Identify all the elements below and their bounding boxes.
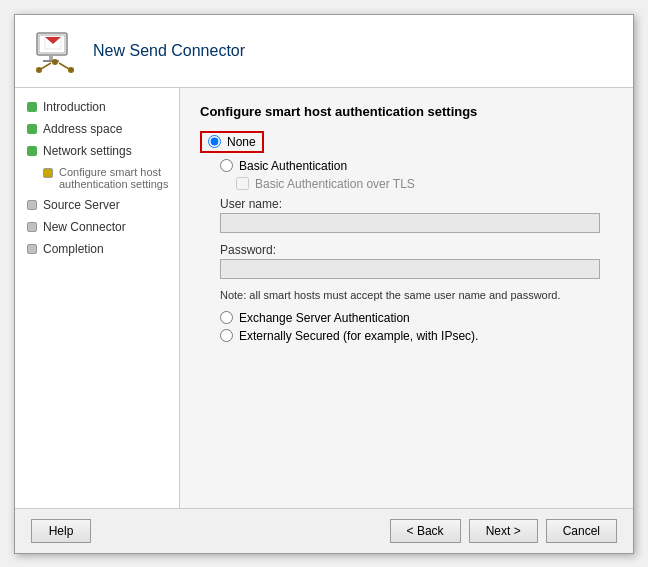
password-group: Password: [220, 243, 613, 279]
none-option-box: None [200, 131, 264, 153]
dialog-header: New Send Connector [15, 15, 633, 88]
label-basic-auth-tls: Basic Authentication over TLS [255, 177, 415, 191]
network-settings-indicator [27, 146, 37, 156]
footer-left: Help [31, 519, 91, 543]
option-row-externally-secured: Externally Secured (for example, with IP… [220, 329, 613, 343]
sidebar-item-smart-host-auth[interactable]: Configure smart host authentication sett… [15, 162, 179, 194]
sidebar-label-smart-host-auth: Configure smart host authentication sett… [59, 166, 171, 190]
sidebar-item-source-server[interactable]: Source Server [15, 194, 179, 216]
label-externally-secured[interactable]: Externally Secured (for example, with IP… [239, 329, 478, 343]
sidebar-item-address-space[interactable]: Address space [15, 118, 179, 140]
dialog-window: New Send Connector Introduction Address … [14, 14, 634, 554]
cancel-button[interactable]: Cancel [546, 519, 617, 543]
completion-indicator [27, 244, 37, 254]
option-row-basic-auth-tls: Basic Authentication over TLS [236, 177, 613, 191]
sidebar-item-completion[interactable]: Completion [15, 238, 179, 260]
back-button[interactable]: < Back [390, 519, 461, 543]
option-row-none: None [200, 131, 613, 153]
svg-point-9 [68, 67, 74, 73]
radio-basic-auth[interactable] [220, 159, 233, 172]
radio-none[interactable] [208, 135, 221, 148]
sidebar-label-introduction: Introduction [43, 100, 171, 114]
dialog-body: Introduction Address space Network setti… [15, 88, 633, 508]
sidebar-label-new-connector: New Connector [43, 220, 171, 234]
svg-point-10 [52, 59, 58, 65]
footer-right: < Back Next > Cancel [390, 519, 617, 543]
password-input[interactable] [220, 259, 600, 279]
dialog-title: New Send Connector [93, 42, 245, 60]
option-row-exchange-auth: Exchange Server Authentication [220, 311, 613, 325]
radio-externally-secured[interactable] [220, 329, 233, 342]
svg-line-6 [41, 63, 51, 69]
address-space-indicator [27, 124, 37, 134]
note-text: Note: all smart hosts must accept the sa… [220, 289, 613, 301]
section-title: Configure smart host authentication sett… [200, 104, 613, 119]
svg-line-7 [59, 63, 69, 69]
sidebar-item-new-connector[interactable]: New Connector [15, 216, 179, 238]
label-exchange-auth[interactable]: Exchange Server Authentication [239, 311, 410, 325]
connector-icon [31, 27, 79, 75]
smart-host-auth-indicator [43, 168, 53, 178]
radio-exchange-auth[interactable] [220, 311, 233, 324]
sidebar-label-address-space: Address space [43, 122, 171, 136]
dialog-footer: Help < Back Next > Cancel [15, 508, 633, 553]
main-content: Configure smart host authentication sett… [180, 88, 633, 508]
help-button[interactable]: Help [31, 519, 91, 543]
sidebar-item-network-settings[interactable]: Network settings [15, 140, 179, 162]
checkbox-basic-auth-tls[interactable] [236, 177, 249, 190]
new-connector-indicator [27, 222, 37, 232]
introduction-indicator [27, 102, 37, 112]
option-row-basic-auth: Basic Authentication [220, 159, 613, 173]
sidebar-label-network-settings: Network settings [43, 144, 171, 158]
sidebar-item-introduction[interactable]: Introduction [15, 96, 179, 118]
label-basic-auth[interactable]: Basic Authentication [239, 159, 347, 173]
sidebar-label-source-server: Source Server [43, 198, 171, 212]
sidebar: Introduction Address space Network setti… [15, 88, 180, 508]
svg-rect-4 [49, 55, 53, 60]
username-label: User name: [220, 197, 613, 211]
username-group: User name: [220, 197, 613, 233]
sidebar-label-completion: Completion [43, 242, 171, 256]
password-label: Password: [220, 243, 613, 257]
username-input[interactable] [220, 213, 600, 233]
source-server-indicator [27, 200, 37, 210]
svg-point-8 [36, 67, 42, 73]
next-button[interactable]: Next > [469, 519, 538, 543]
label-none[interactable]: None [227, 135, 256, 149]
